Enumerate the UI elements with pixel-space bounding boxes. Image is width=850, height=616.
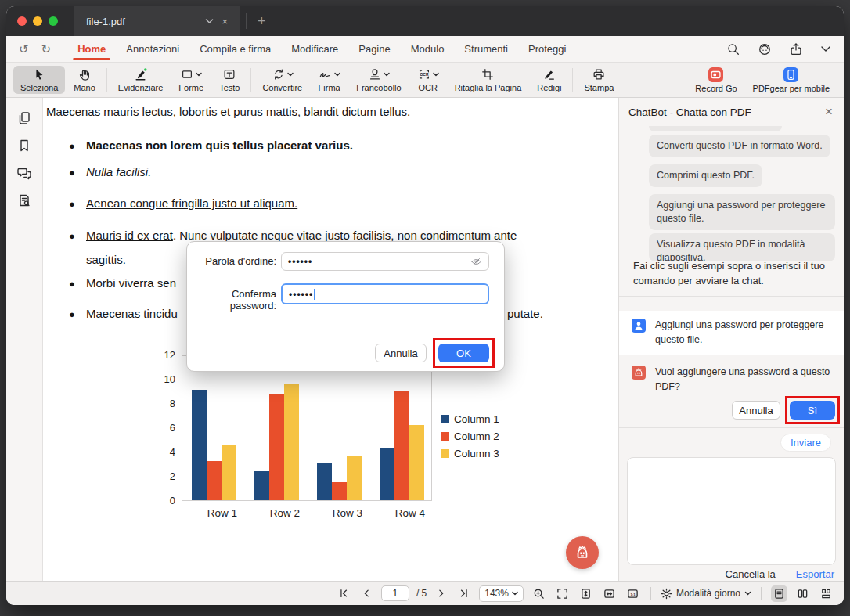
minimize-window-button[interactable]	[33, 16, 42, 26]
share-icon[interactable]	[789, 42, 803, 56]
page-number-input[interactable]	[381, 585, 409, 601]
tool-mano[interactable]: Mano	[67, 66, 103, 94]
menu-modificare[interactable]: Modificare	[291, 37, 338, 61]
search-icon[interactable]	[726, 42, 740, 56]
tool-record-go[interactable]: Record Go	[688, 66, 744, 94]
chatbot-title: ChatBot - Chatta con PDF	[628, 106, 751, 118]
ok-annotation-rectangle	[433, 338, 495, 368]
printer-icon	[592, 67, 606, 81]
next-page-icon[interactable]	[434, 585, 449, 601]
document-search-icon[interactable]	[16, 193, 32, 208]
two-page-view-icon[interactable]	[794, 585, 811, 602]
tool-seleziona[interactable]: Seleziona	[13, 66, 65, 94]
chatbot-hint: Fai clic sugli esempi sopra o inserisci …	[633, 258, 834, 288]
menu-proteggi[interactable]: Proteggi	[528, 37, 566, 61]
tab-chevron-down-icon[interactable]	[201, 18, 218, 24]
previous-page-icon[interactable]	[358, 585, 374, 601]
chevron-down-icon	[196, 72, 202, 77]
fit-width-icon[interactable]	[601, 585, 618, 602]
clear-chat-button[interactable]: Cancella la	[726, 568, 776, 580]
chat-chip-partial[interactable]	[649, 126, 782, 131]
zoom-in-icon[interactable]	[531, 585, 547, 602]
chatbot-floating-button[interactable]	[566, 536, 599, 569]
first-page-icon[interactable]	[336, 585, 351, 601]
chevron-down-icon	[334, 72, 340, 77]
zoom-window-button[interactable]	[49, 16, 58, 26]
traffic-lights	[17, 16, 58, 26]
tool-redigi[interactable]: Redigi	[530, 66, 568, 94]
chart-legend: Column 1Column 2Column 3	[441, 413, 499, 459]
password-input[interactable]: ••••••	[281, 252, 489, 271]
chevron-down-icon	[512, 591, 518, 596]
redact-pen-icon	[542, 67, 556, 81]
confirm-password-input[interactable]: ••••••	[281, 283, 489, 304]
chatbot-panel: ChatBot - Chatta con PDF × Converti ques…	[618, 98, 844, 581]
menu-collapse-chevron-icon[interactable]	[820, 45, 831, 52]
chat-cancel-button[interactable]: Annulla	[732, 401, 780, 420]
tool-stampa[interactable]: Stampa	[577, 66, 621, 94]
tab-close-icon[interactable]: ×	[218, 16, 232, 27]
tool-forme[interactable]: Forme	[171, 66, 211, 94]
close-panel-icon[interactable]: ×	[825, 104, 833, 120]
chat-input[interactable]	[627, 457, 836, 565]
doc-bullet-5: Morbi viverra sen	[86, 276, 176, 290]
ocr-icon: OCR	[417, 67, 431, 81]
document-tab[interactable]: file-1.pdf ×	[74, 6, 240, 36]
chat-message-user: Aggiungi una password per proteggere que…	[619, 311, 844, 355]
menu-pagine[interactable]: Pagine	[358, 37, 390, 61]
convert-icon	[272, 67, 286, 81]
chat-chip-slideshow[interactable]: Visualizza questo PDF in modalità diapos…	[649, 233, 835, 261]
page-thumbnails-icon[interactable]	[16, 110, 32, 126]
tab-separator	[246, 13, 247, 29]
tool-evidenziare[interactable]: Evidenziare	[111, 66, 170, 94]
close-window-button[interactable]	[17, 16, 27, 26]
tool-firma[interactable]: Firma	[311, 66, 348, 94]
user-icon	[632, 319, 646, 333]
tool-convertire[interactable]: Convertire	[255, 66, 309, 94]
robot-icon	[572, 542, 592, 563]
highlighter-icon	[133, 67, 148, 81]
chat-chip-compress[interactable]: Comprimi questo PDF.	[649, 164, 762, 187]
chat-chip-password[interactable]: Aggiungi una password per proteggere que…	[649, 194, 835, 230]
chevron-down-icon	[744, 591, 751, 596]
undo-icon[interactable]: ↺	[19, 42, 29, 56]
tool-pdfgear-per-mobile[interactable]: PDFgear per mobile	[746, 66, 837, 94]
mobile-icon	[783, 67, 798, 82]
tool-ritaglia-la-pagina[interactable]: Ritaglia la Pagina	[448, 66, 529, 94]
send-button[interactable]: Inviare	[780, 434, 831, 452]
chat-chip-convert[interactable]: Converti questo PDF in formato Word.	[649, 135, 830, 157]
assistant-icon[interactable]	[758, 42, 772, 56]
export-chat-button[interactable]: Esportar	[796, 568, 834, 580]
dialog-cancel-button[interactable]: Annulla	[375, 344, 427, 362]
day-mode-select[interactable]: Modalità giorno	[661, 588, 751, 600]
menu-modulo[interactable]: Modulo	[411, 37, 445, 61]
fullscreen-icon[interactable]	[554, 585, 571, 602]
tab-title: file-1.pdf	[86, 16, 201, 27]
menu-strumenti[interactable]: Strumenti	[464, 37, 508, 61]
pdf-page: Maecenas mauris lectus, lobortis et puru…	[43, 98, 618, 581]
app-window: file-1.pdf × + ↺ ↻ Home Annotazioni Comp…	[6, 6, 844, 605]
new-tab-button[interactable]: +	[253, 13, 271, 30]
tool-testo[interactable]: Testo	[212, 66, 247, 94]
single-page-view-icon[interactable]	[771, 585, 787, 602]
tool-ocr[interactable]: OCR OCR	[410, 66, 446, 94]
last-page-icon[interactable]	[456, 585, 472, 601]
title-bar: file-1.pdf × +	[6, 6, 844, 36]
menu-compila-e-firma[interactable]: Compila e firma	[200, 37, 271, 61]
menu-annotazioni[interactable]: Annotazioni	[126, 37, 179, 61]
actual-size-icon[interactable]: 1:1	[625, 585, 641, 602]
comments-icon[interactable]	[16, 165, 32, 181]
fit-height-icon[interactable]	[578, 585, 594, 602]
show-password-icon[interactable]	[470, 256, 482, 268]
zoom-select[interactable]: 143%	[479, 585, 524, 602]
redo-icon[interactable]: ↻	[41, 42, 52, 56]
menu-bar: ↺ ↻ Home Annotazioni Compila e firma Mod…	[6, 36, 844, 63]
doc-bullet-3: Aenean congue fringilla justo ut aliquam…	[86, 196, 297, 210]
tool-francobollo[interactable]: Francobollo	[349, 66, 408, 94]
hand-icon	[77, 67, 92, 81]
menu-home[interactable]: Home	[77, 37, 106, 61]
scroll-view-icon[interactable]	[818, 585, 834, 602]
crop-icon	[481, 67, 495, 81]
tool-bar: Seleziona Mano Evidenziare Forme Testo C…	[6, 63, 844, 98]
bookmark-icon[interactable]	[16, 138, 32, 153]
